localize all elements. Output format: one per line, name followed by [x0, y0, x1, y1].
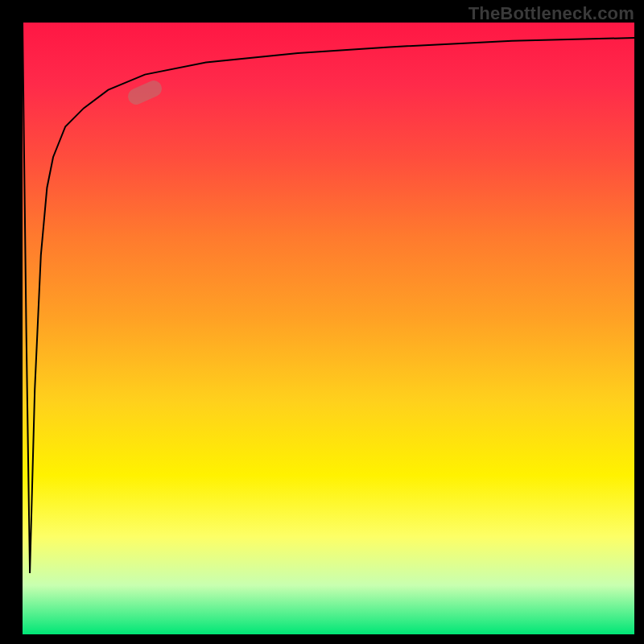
chart-container: TheBottleneck.com — [0, 0, 644, 644]
plot-gradient-background — [23, 23, 634, 634]
watermark-text: TheBottleneck.com — [469, 3, 634, 24]
